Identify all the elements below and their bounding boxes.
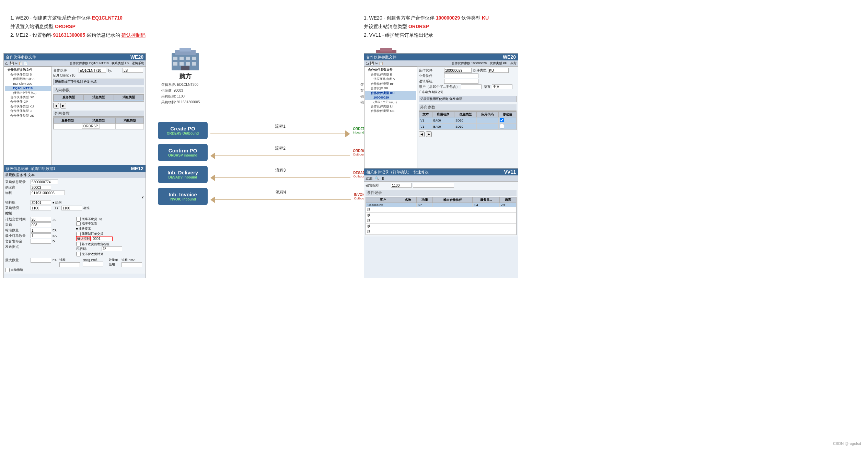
we20-right-user-input[interactable]	[461, 84, 482, 89]
we20-right-type-input[interactable]	[488, 68, 509, 73]
we20-left-partner-input[interactable]	[79, 68, 106, 73]
me12-invoice-check[interactable]	[76, 242, 81, 246]
me12-toolbar: 常规数据 条件 文本	[4, 172, 146, 178]
we20-right-outbound: 文本 应用程序 信息类型 应用代码 修改值 V1 BA00 SD10	[419, 111, 517, 130]
vv11-screen: 相关条件记录（订单确认）: 快速修改 VV11 过滤 🔍 🗑 销售组织 条件记录…	[364, 168, 518, 278]
we20-left-prev[interactable]: ◀	[53, 103, 59, 108]
me12-process-rma[interactable]	[121, 262, 142, 267]
vv11-conditions: 客户 名称 功能 输出合作伙伴 服务日... 语言 100000029 SP	[366, 197, 517, 235]
me12-mat-group[interactable]	[31, 200, 51, 205]
me12-no-invoice2[interactable]	[76, 252, 81, 256]
flow3-middle: 流程3	[210, 168, 350, 181]
confirm-po-btn[interactable]: Confirm PO ORDRSP inbound	[158, 144, 208, 161]
we20-left-label: WE20	[130, 54, 143, 60]
anno-right-1c: 并设置出站消息类型	[364, 24, 408, 29]
flow4-middle: 流程4	[210, 189, 351, 203]
anno-right-2: 2. VV11 - 维护销售订单输出记录	[364, 32, 433, 38]
anno-right-partnertype: KU	[482, 15, 489, 21]
svg-rect-10	[192, 62, 196, 66]
flow1-middle: 流程1	[210, 124, 350, 137]
me12-confirm-ctrl-input[interactable]	[92, 237, 113, 241]
buyer-entity: 购方 逻辑系统: ED1CLNT300 供应商: 20003 采购组织: 110…	[161, 46, 209, 105]
anno-right-partner: 100000029	[436, 15, 460, 21]
me12-purchase-org[interactable]	[31, 206, 51, 210]
svg-rect-2	[180, 48, 191, 51]
me12-body: 采购信息记录 供应商 物料 ✗ 物料组 ■ 组别 采购组织 工厂 标准 控制	[4, 178, 146, 274]
we20-right-desc: 记录审核用可使规则 分发 电话	[419, 96, 517, 102]
me12-purchase[interactable]	[31, 222, 51, 227]
svg-rect-4	[180, 57, 184, 60]
we20-right-nav: ◀ ▶	[419, 131, 517, 137]
we20-left-inbound: 服务类型 消息类型 消息类型	[53, 94, 144, 102]
we20-right-next[interactable]: ▶	[426, 131, 432, 137]
me12-process[interactable]	[59, 262, 80, 267]
me12-std-qty[interactable]	[31, 228, 51, 233]
we20-left-toolbar: 🗂💾 ✂📋 📄 合作伙伴参数 EQ1CLNT710 联系类型 LS 逻辑系统	[4, 60, 146, 67]
anno-left-1b: 并设置入站消息类型	[10, 24, 54, 29]
anno-right-1a: 1. WE20 - 创建售方客户合作伙伴	[364, 15, 436, 21]
we20-left-next[interactable]: ▶	[60, 103, 66, 108]
we20-right-bp-input[interactable]	[444, 73, 478, 78]
inb-delivery-btn[interactable]: Inb. Delivery DESADV inbound	[158, 166, 208, 183]
we20-left-title: 合作伙伴参数文件	[6, 55, 36, 60]
anno-left-material: 911631300005	[53, 32, 85, 38]
watermark: CSDN @rogoIsd	[833, 441, 861, 446]
me12-plant[interactable]	[61, 206, 82, 210]
vv11-body: 销售组织 条件记录 客户 名称 功能 输出合作伙伴 服务日... 语言	[364, 182, 518, 237]
we20-right-row2-check[interactable]	[500, 124, 504, 128]
vv11-toolbar: 过滤 🔍 🗑	[364, 175, 518, 182]
me12-max-qty[interactable]	[31, 258, 51, 263]
buyer-info: 逻辑系统: ED1CLNT300 供应商: 20003 采购组织: 1100 采…	[161, 82, 209, 105]
me12-bottom: 最大数量 EA 过程 Rndg Prof. 计量单位组 过程 RMA	[5, 258, 144, 267]
anno-left-2b: 采购信息记录的	[86, 32, 120, 38]
buyer-building-icon	[170, 46, 201, 72]
we20-right-ls-input[interactable]	[444, 79, 478, 84]
svg-rect-11	[181, 66, 189, 70]
we20-right-toolbar: 🗂💾 ✂📋 合作伙伴参数 100000029 伙伴类型 KU 买方	[364, 60, 518, 67]
me12-delivery-time[interactable]	[31, 217, 51, 222]
me12-rndg-prof[interactable]	[83, 262, 103, 266]
we20-left-desc: 记录审核用可使规则 分发 电话	[53, 79, 144, 85]
me12-auto-cancel[interactable]	[5, 268, 10, 272]
vv11-sales-org-desc[interactable]	[413, 183, 454, 188]
vv11-title: 相关条件记录（订单确认）: 快速修改	[366, 170, 429, 175]
anno-left-1a: 1. WE20 - 创建购方逻辑系统合作伙伴	[10, 15, 91, 21]
anno-left-confirm: 确认控制码	[121, 32, 146, 38]
me12-min-qty[interactable]	[31, 233, 51, 238]
me12-purchase-record[interactable]	[31, 180, 58, 184]
vv11-sales-org[interactable]	[391, 183, 412, 188]
we20-right-lang-input[interactable]	[492, 84, 512, 89]
buyer-label: 购方	[161, 72, 209, 80]
we20-right-row1-check[interactable]	[500, 118, 504, 122]
me12-no-delivery[interactable]	[76, 217, 81, 221]
svg-rect-3	[173, 57, 177, 60]
we20-right-partner-input[interactable]	[444, 68, 472, 73]
svg-rect-9	[186, 62, 190, 66]
svg-rect-8	[180, 62, 184, 66]
vv11-label: VV11	[504, 169, 516, 175]
anno-left-2a: 2. ME12 - 设置物料	[10, 32, 52, 38]
me12-material[interactable]	[31, 191, 65, 195]
anno-right-1b: 伙伴类型	[461, 15, 482, 21]
svg-rect-6	[192, 57, 196, 60]
svg-rect-5	[186, 57, 190, 60]
we20-right-prev[interactable]: ◀	[419, 131, 425, 137]
me12-no-po[interactable]	[76, 232, 81, 236]
we20-left-nav: ◀ ▶	[53, 103, 144, 108]
anno-left-msgtype: ORDRSP	[55, 24, 76, 29]
inb-invoice-btn[interactable]: Inb. Invoice INVOIC inbound	[158, 188, 208, 205]
we20-right-title: 合作伙伴参数文件	[366, 55, 396, 60]
we20-left-type-input[interactable]	[123, 68, 143, 73]
me12-no-invoice[interactable]	[76, 221, 81, 226]
me12-title: 修改信息记录: 采购组织数据1	[6, 166, 55, 171]
me12-rounding[interactable]	[31, 239, 51, 244]
me12-vendor[interactable]	[31, 185, 51, 190]
create-po-btn[interactable]: Create PO ORDERS Outbound	[158, 122, 208, 139]
me12-label: ME12	[131, 166, 143, 171]
anno-right-msgtype: ORDRSP	[408, 24, 429, 29]
me12-tax-code[interactable]	[102, 246, 122, 251]
svg-rect-14	[380, 48, 392, 51]
me12-screen: 修改信息记录: 采购组织数据1 ME12 常规数据 条件 文本 采购信息记录 供…	[3, 165, 146, 278]
we20-right-label: WE20	[503, 54, 516, 60]
annotation-right: 1. WE20 - 创建售方客户合作伙伴 100000029 伙伴类型 KU 并…	[364, 14, 489, 40]
